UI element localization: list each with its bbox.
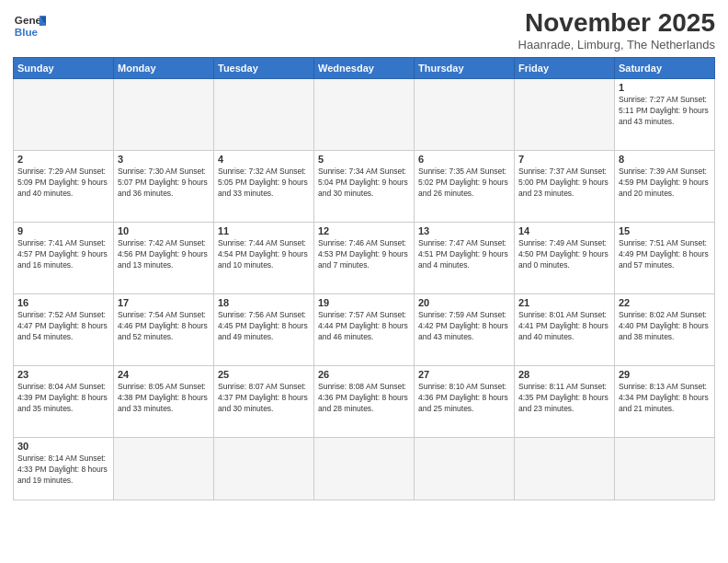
day-info: Sunrise: 7:32 AM Sunset: 5:05 PM Dayligh… [218, 167, 310, 200]
table-row: 30Sunrise: 8:14 AM Sunset: 4:33 PM Dayli… [14, 437, 114, 500]
day-info: Sunrise: 7:41 AM Sunset: 4:57 PM Dayligh… [17, 238, 109, 271]
table-row: 24Sunrise: 8:05 AM Sunset: 4:38 PM Dayli… [114, 365, 214, 437]
day-info: Sunrise: 8:04 AM Sunset: 4:39 PM Dayligh… [17, 382, 109, 415]
table-row [114, 78, 214, 150]
day-info: Sunrise: 7:57 AM Sunset: 4:44 PM Dayligh… [318, 310, 410, 343]
day-number: 14 [518, 225, 610, 236]
day-number: 15 [619, 225, 711, 236]
subtitle: Haanrade, Limburg, The Netherlands [518, 38, 715, 52]
day-info: Sunrise: 7:34 AM Sunset: 5:04 PM Dayligh… [318, 167, 410, 200]
day-number: 29 [619, 369, 711, 380]
day-number: 12 [318, 225, 410, 236]
table-row: 26Sunrise: 8:08 AM Sunset: 4:36 PM Dayli… [314, 365, 415, 437]
day-number: 8 [619, 154, 711, 165]
day-info: Sunrise: 7:47 AM Sunset: 4:51 PM Dayligh… [418, 238, 510, 271]
title-block: November 2025 Haanrade, Limburg, The Net… [518, 9, 715, 52]
day-info: Sunrise: 8:10 AM Sunset: 4:36 PM Dayligh… [418, 382, 510, 415]
table-row: 5Sunrise: 7:34 AM Sunset: 5:04 PM Daylig… [314, 150, 415, 222]
calendar: Sunday Monday Tuesday Wednesday Thursday… [13, 57, 715, 500]
day-info: Sunrise: 7:30 AM Sunset: 5:07 PM Dayligh… [118, 167, 210, 200]
day-info: Sunrise: 8:01 AM Sunset: 4:41 PM Dayligh… [518, 310, 610, 343]
table-row: 3Sunrise: 7:30 AM Sunset: 5:07 PM Daylig… [114, 150, 214, 222]
day-number: 25 [218, 369, 310, 380]
day-info: Sunrise: 7:27 AM Sunset: 5:11 PM Dayligh… [619, 95, 711, 128]
day-info: Sunrise: 8:13 AM Sunset: 4:34 PM Dayligh… [619, 382, 711, 415]
table-row [14, 78, 114, 150]
table-row: 22Sunrise: 8:02 AM Sunset: 4:40 PM Dayli… [615, 293, 715, 365]
day-number: 13 [418, 225, 510, 236]
table-row [415, 78, 515, 150]
day-number: 21 [518, 297, 610, 308]
col-sunday: Sunday [14, 57, 114, 78]
day-number: 2 [17, 154, 109, 165]
day-number: 27 [418, 369, 510, 380]
day-info: Sunrise: 7:49 AM Sunset: 4:50 PM Dayligh… [518, 238, 610, 271]
day-number: 1 [619, 82, 711, 93]
day-info: Sunrise: 7:35 AM Sunset: 5:02 PM Dayligh… [418, 167, 510, 200]
table-row [515, 78, 615, 150]
table-row: 10Sunrise: 7:42 AM Sunset: 4:56 PM Dayli… [114, 222, 214, 293]
day-number: 5 [318, 154, 410, 165]
day-number: 22 [619, 297, 711, 308]
day-number: 26 [318, 369, 410, 380]
day-number: 9 [17, 225, 109, 236]
day-info: Sunrise: 7:39 AM Sunset: 4:59 PM Dayligh… [619, 167, 711, 200]
logo-icon: General Blue [13, 9, 46, 42]
day-info: Sunrise: 7:29 AM Sunset: 5:09 PM Dayligh… [17, 167, 109, 200]
table-row: 7Sunrise: 7:37 AM Sunset: 5:00 PM Daylig… [515, 150, 615, 222]
day-number: 10 [118, 225, 210, 236]
table-row [314, 437, 415, 500]
day-info: Sunrise: 8:08 AM Sunset: 4:36 PM Dayligh… [318, 382, 410, 415]
table-row: 27Sunrise: 8:10 AM Sunset: 4:36 PM Dayli… [415, 365, 515, 437]
table-row: 20Sunrise: 7:59 AM Sunset: 4:42 PM Dayli… [415, 293, 515, 365]
table-row [615, 437, 715, 500]
table-row: 13Sunrise: 7:47 AM Sunset: 4:51 PM Dayli… [415, 222, 515, 293]
svg-text:Blue: Blue [15, 26, 39, 38]
table-row: 11Sunrise: 7:44 AM Sunset: 4:54 PM Dayli… [214, 222, 314, 293]
table-row [214, 78, 314, 150]
day-number: 18 [218, 297, 310, 308]
table-row: 21Sunrise: 8:01 AM Sunset: 4:41 PM Dayli… [515, 293, 615, 365]
day-info: Sunrise: 8:05 AM Sunset: 4:38 PM Dayligh… [118, 382, 210, 415]
table-row: 15Sunrise: 7:51 AM Sunset: 4:49 PM Dayli… [615, 222, 715, 293]
day-number: 30 [17, 441, 109, 452]
day-info: Sunrise: 8:02 AM Sunset: 4:40 PM Dayligh… [619, 310, 711, 343]
table-row: 14Sunrise: 7:49 AM Sunset: 4:50 PM Dayli… [515, 222, 615, 293]
col-tuesday: Tuesday [214, 57, 314, 78]
day-number: 16 [17, 297, 109, 308]
table-row [314, 78, 415, 150]
day-info: Sunrise: 7:52 AM Sunset: 4:47 PM Dayligh… [17, 310, 109, 343]
table-row: 17Sunrise: 7:54 AM Sunset: 4:46 PM Dayli… [114, 293, 214, 365]
col-wednesday: Wednesday [314, 57, 415, 78]
logo: General Blue [13, 9, 46, 42]
day-info: Sunrise: 7:44 AM Sunset: 4:54 PM Dayligh… [218, 238, 310, 271]
col-friday: Friday [515, 57, 615, 78]
table-row: 29Sunrise: 8:13 AM Sunset: 4:34 PM Dayli… [615, 365, 715, 437]
table-row: 9Sunrise: 7:41 AM Sunset: 4:57 PM Daylig… [14, 222, 114, 293]
month-title: November 2025 [518, 9, 715, 38]
table-row: 23Sunrise: 8:04 AM Sunset: 4:39 PM Dayli… [14, 365, 114, 437]
table-row [214, 437, 314, 500]
day-number: 20 [418, 297, 510, 308]
day-info: Sunrise: 8:07 AM Sunset: 4:37 PM Dayligh… [218, 382, 310, 415]
day-info: Sunrise: 8:14 AM Sunset: 4:33 PM Dayligh… [17, 454, 109, 487]
table-row: 18Sunrise: 7:56 AM Sunset: 4:45 PM Dayli… [214, 293, 314, 365]
table-row: 1Sunrise: 7:27 AM Sunset: 5:11 PM Daylig… [615, 78, 715, 150]
col-saturday: Saturday [615, 57, 715, 78]
table-row: 6Sunrise: 7:35 AM Sunset: 5:02 PM Daylig… [415, 150, 515, 222]
day-number: 3 [118, 154, 210, 165]
day-number: 6 [418, 154, 510, 165]
table-row [415, 437, 515, 500]
table-row: 12Sunrise: 7:46 AM Sunset: 4:53 PM Dayli… [314, 222, 415, 293]
table-row: 16Sunrise: 7:52 AM Sunset: 4:47 PM Dayli… [14, 293, 114, 365]
day-number: 24 [118, 369, 210, 380]
day-number: 4 [218, 154, 310, 165]
day-number: 17 [118, 297, 210, 308]
col-thursday: Thursday [415, 57, 515, 78]
table-row: 2Sunrise: 7:29 AM Sunset: 5:09 PM Daylig… [14, 150, 114, 222]
day-number: 11 [218, 225, 310, 236]
day-info: Sunrise: 7:59 AM Sunset: 4:42 PM Dayligh… [418, 310, 510, 343]
day-info: Sunrise: 8:11 AM Sunset: 4:35 PM Dayligh… [518, 382, 610, 415]
day-number: 7 [518, 154, 610, 165]
col-monday: Monday [114, 57, 214, 78]
